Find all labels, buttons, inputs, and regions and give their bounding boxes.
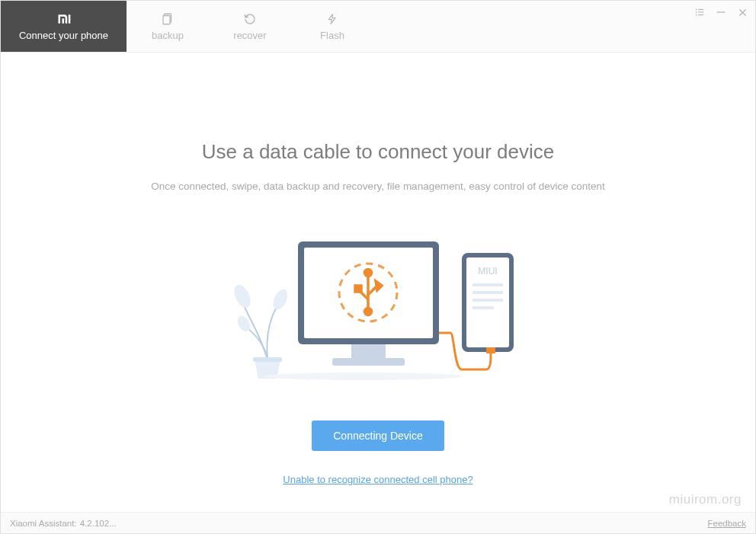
- top-toolbar: Connect your phone backup recover Flash: [1, 1, 755, 53]
- svg-rect-1: [163, 16, 170, 24]
- svg-rect-4: [698, 9, 703, 10]
- svg-rect-8: [698, 14, 703, 15]
- svg-point-5: [696, 11, 697, 13]
- svg-rect-31: [472, 299, 503, 302]
- svg-point-3: [696, 9, 697, 11]
- svg-point-12: [231, 283, 254, 311]
- menu-list-icon[interactable]: [693, 5, 706, 19]
- svg-rect-32: [472, 306, 494, 309]
- tab-connect-phone[interactable]: Connect your phone: [1, 1, 127, 52]
- connect-device-button[interactable]: Connecting Device: [312, 420, 444, 451]
- phone-badge-text: MIUI: [478, 266, 497, 277]
- main-panel: Use a data cable to connect your device …: [1, 53, 755, 485]
- svg-rect-9: [717, 11, 726, 12]
- tab-recover[interactable]: recover: [209, 1, 291, 52]
- status-bar: Xiaomi Assistant: 4.2.102... Feedback: [1, 512, 755, 533]
- page-subtitle: Once connected, swipe, data backup and r…: [1, 181, 755, 192]
- svg-point-13: [271, 287, 290, 312]
- version-info: Xiaomi Assistant: 4.2.102...: [10, 519, 117, 528]
- svg-rect-29: [472, 283, 503, 286]
- svg-point-23: [365, 270, 372, 277]
- feedback-link[interactable]: Feedback: [707, 519, 746, 528]
- tab-label: Flash: [320, 30, 344, 41]
- svg-rect-19: [351, 344, 386, 358]
- unable-recognize-link[interactable]: Unable to recognize connected cell phone…: [1, 474, 755, 485]
- svg-point-7: [696, 14, 697, 16]
- connect-illustration: MIUI: [226, 226, 530, 382]
- close-icon[interactable]: [735, 5, 749, 19]
- mi-logo-icon: [56, 11, 72, 27]
- svg-rect-30: [472, 291, 503, 294]
- tab-flash[interactable]: Flash: [291, 1, 373, 52]
- svg-rect-33: [486, 347, 495, 353]
- recover-icon: [242, 11, 258, 27]
- flash-icon: [325, 11, 340, 27]
- svg-rect-6: [698, 11, 703, 12]
- svg-marker-2: [328, 14, 335, 24]
- svg-point-16: [264, 373, 462, 380]
- watermark-text: miuirom.org: [669, 492, 742, 507]
- tab-label: recover: [233, 30, 266, 41]
- tab-label: Connect your phone: [19, 30, 108, 41]
- svg-rect-20: [332, 358, 405, 366]
- svg-point-26: [365, 309, 372, 315]
- tab-backup[interactable]: backup: [127, 1, 209, 52]
- tab-label: backup: [152, 30, 184, 41]
- minimize-icon[interactable]: [714, 5, 728, 19]
- svg-rect-15: [253, 357, 282, 362]
- backup-icon: [160, 11, 175, 27]
- svg-rect-24: [355, 286, 361, 292]
- page-title: Use a data cable to connect your device: [1, 140, 755, 164]
- window-controls: [693, 5, 749, 19]
